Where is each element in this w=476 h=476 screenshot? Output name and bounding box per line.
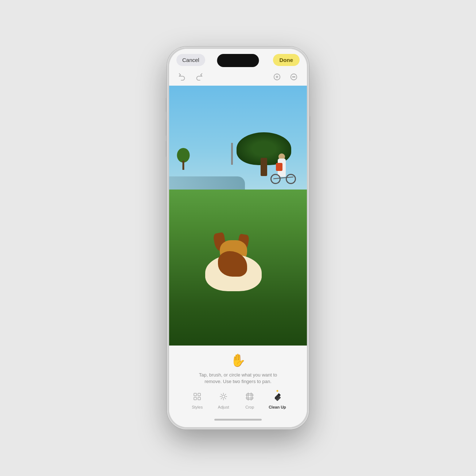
tab-cleanup[interactable]: Clean Up: [263, 391, 292, 411]
done-button[interactable]: Done: [273, 54, 300, 66]
bottom-panel: ✋ Tap, brush, or circle what you want to…: [169, 346, 307, 427]
lamppost: [231, 143, 233, 165]
adjust-icon: [219, 392, 228, 403]
tab-adjust[interactable]: Adjust: [210, 391, 237, 411]
svg-rect-7: [194, 397, 196, 400]
edit-toolbar: [169, 70, 307, 86]
svg-line-15: [225, 398, 226, 399]
undo-button[interactable]: [176, 71, 188, 83]
person-bicycle: [270, 159, 296, 195]
adjust-label: Adjust: [218, 405, 229, 409]
svg-point-4: [294, 77, 295, 77]
svg-line-17: [221, 398, 222, 399]
svg-rect-5: [194, 393, 196, 396]
svg-line-14: [221, 394, 222, 395]
tab-styles[interactable]: Styles: [184, 391, 210, 411]
cleanup-icon: [273, 392, 282, 403]
cleanup-label: Clean Up: [269, 405, 286, 409]
svg-rect-18: [247, 394, 253, 399]
instruction-text: Tap, brush, or circle what you want to r…: [191, 372, 285, 385]
top-bar: Cancel Done: [169, 49, 307, 70]
home-indicator: [214, 419, 262, 421]
svg-rect-6: [198, 393, 200, 396]
crop-label: Crop: [245, 405, 254, 409]
crop-icon: [245, 392, 254, 403]
redo-button[interactable]: [193, 71, 205, 83]
cancel-button[interactable]: Cancel: [176, 54, 205, 66]
active-indicator: [277, 390, 278, 392]
tree-small-left: [176, 148, 191, 170]
svg-point-2: [292, 77, 293, 77]
svg-point-9: [222, 395, 225, 398]
photo-background: [169, 86, 307, 346]
edit-tabs: Styles: [176, 389, 300, 413]
svg-rect-8: [198, 397, 200, 400]
phone-screen: Cancel Done: [169, 49, 307, 427]
styles-label: Styles: [192, 405, 203, 409]
styles-icon: [193, 392, 202, 403]
svg-line-16: [225, 394, 226, 395]
phone-frame: Cancel Done: [167, 47, 309, 429]
tab-crop[interactable]: Crop: [237, 391, 263, 411]
dog: [198, 233, 271, 299]
svg-point-3: [293, 77, 294, 77]
font-button[interactable]: [271, 71, 283, 83]
hand-gesture-icon: ✋: [230, 353, 246, 367]
dynamic-island: [217, 54, 259, 67]
photo-area[interactable]: [169, 86, 307, 346]
more-options-button[interactable]: [288, 71, 300, 83]
